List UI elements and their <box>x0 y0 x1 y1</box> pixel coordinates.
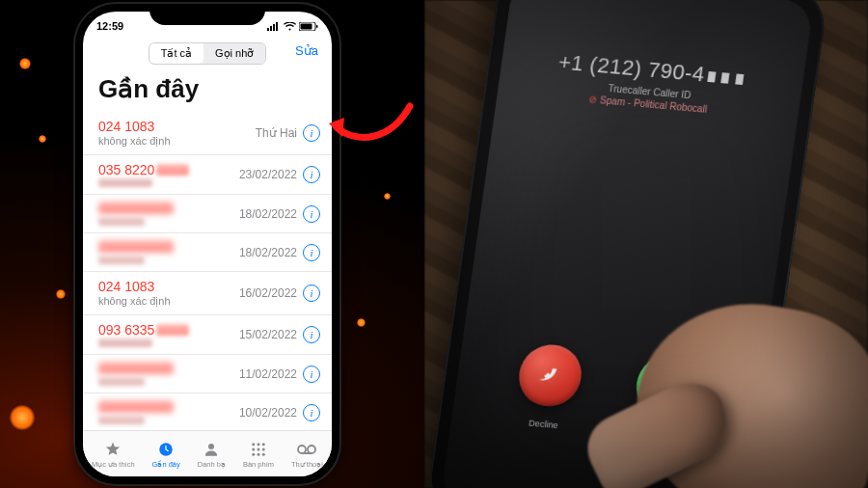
svg-point-16 <box>257 452 259 455</box>
call-row[interactable]: 18/02/2022i <box>83 233 332 272</box>
call-date: 18/02/2022 <box>239 246 297 259</box>
svg-point-10 <box>257 443 259 446</box>
svg-point-8 <box>208 444 214 449</box>
svg-rect-3 <box>276 22 278 31</box>
clock-icon <box>156 440 176 459</box>
info-icon[interactable]: i <box>303 244 320 261</box>
screen: 12:59 Tất cả Gọi nhỡ Sửa Gần đây 024 108… <box>83 12 332 476</box>
call-row[interactable]: 11/02/2022i <box>83 355 332 393</box>
call-number: 093 6335 <box>98 322 189 338</box>
voicemail-icon <box>297 440 316 459</box>
call-row[interactable]: 10/02/2022i <box>83 393 332 432</box>
svg-point-19 <box>308 446 315 453</box>
tab-contacts[interactable]: Danh bạ <box>198 440 226 469</box>
call-number: 024 1083 <box>98 119 171 134</box>
redacted-number <box>98 202 174 214</box>
svg-point-12 <box>252 447 255 450</box>
ember <box>56 289 66 299</box>
ember <box>10 405 35 430</box>
person-icon <box>202 440 221 459</box>
hand <box>559 228 868 488</box>
battery-icon <box>299 22 318 31</box>
info-icon[interactable]: i <box>303 166 320 183</box>
segment-all[interactable]: Tất cả <box>149 43 203 64</box>
ember <box>19 58 31 69</box>
info-icon[interactable]: i <box>303 205 320 223</box>
svg-point-11 <box>262 443 265 446</box>
tab-bar: Mục ưa thích Gần đây Danh bạ Bàn phím Th… <box>83 430 332 476</box>
incoming-call-photo: +1 (212) 790-4∎∎∎ Truecaller Caller ID S… <box>424 0 868 488</box>
call-date: 11/02/2022 <box>239 367 297 381</box>
tab-label: Bàn phím <box>243 460 274 469</box>
star-icon <box>103 440 122 459</box>
redacted-label <box>98 416 145 424</box>
info-icon[interactable]: i <box>303 124 320 142</box>
signal-icon <box>267 22 281 31</box>
call-date: Thứ Hai <box>256 126 297 140</box>
svg-point-9 <box>252 443 255 446</box>
tab-label: Mục ưa thích <box>92 460 135 469</box>
svg-rect-5 <box>301 23 312 29</box>
redacted-label <box>98 217 145 226</box>
call-row[interactable]: 024 1083không xác địnhThứ Haii <box>83 112 332 155</box>
call-sublabel: không xác định <box>98 135 171 148</box>
redacted-number <box>98 362 174 374</box>
svg-point-13 <box>257 447 259 450</box>
info-icon[interactable]: i <box>303 285 320 302</box>
call-row[interactable]: 093 633515/02/2022i <box>83 315 332 355</box>
tab-label: Danh bạ <box>198 460 226 469</box>
tab-recents[interactable]: Gần đây <box>152 440 180 469</box>
call-sublabel: không xác định <box>98 295 171 308</box>
svg-point-17 <box>262 452 265 455</box>
redacted-label <box>98 377 145 386</box>
segment-missed[interactable]: Gọi nhỡ <box>203 43 265 64</box>
edit-button[interactable]: Sửa <box>295 43 318 58</box>
iphone-recents: 12:59 Tất cả Gọi nhỡ Sửa Gần đây 024 108… <box>75 4 339 484</box>
recents-list[interactable]: 024 1083không xác địnhThứ Haii035 822023… <box>83 112 332 432</box>
call-row[interactable]: 18/02/2022i <box>83 195 332 233</box>
call-date: 10/02/2022 <box>239 406 297 420</box>
svg-point-15 <box>252 452 255 455</box>
composition: 12:59 Tất cả Gọi nhỡ Sửa Gần đây 024 108… <box>0 0 868 488</box>
info-icon[interactable]: i <box>303 326 320 343</box>
call-number: 024 1083 <box>98 279 171 294</box>
tab-label: Gần đây <box>152 460 180 469</box>
info-icon[interactable]: i <box>303 404 320 421</box>
tab-voicemail[interactable]: Thư thoại <box>291 440 323 469</box>
call-sublabel <box>98 178 152 187</box>
svg-rect-0 <box>267 28 269 31</box>
redacted-number <box>98 240 174 253</box>
page-title: Gần đây <box>83 68 332 112</box>
ember <box>39 135 46 143</box>
redacted-label <box>98 256 145 264</box>
call-row[interactable]: 024 1083không xác định16/02/2022i <box>83 272 332 315</box>
svg-point-18 <box>298 446 306 453</box>
call-number: 035 8220 <box>98 162 189 177</box>
call-date: 15/02/2022 <box>239 328 297 341</box>
svg-rect-6 <box>316 25 318 28</box>
call-sublabel <box>98 339 152 347</box>
redacted-number <box>98 400 174 413</box>
svg-point-14 <box>262 447 265 450</box>
call-date: 18/02/2022 <box>239 207 297 221</box>
tab-favorites[interactable]: Mục ưa thích <box>92 440 135 469</box>
clock: 12:59 <box>96 20 123 32</box>
ember <box>384 193 391 200</box>
tab-label: Thư thoại <box>291 460 323 469</box>
svg-rect-2 <box>273 24 275 31</box>
info-icon[interactable]: i <box>303 366 320 383</box>
tab-keypad[interactable]: Bàn phím <box>243 440 274 469</box>
notch <box>149 4 265 25</box>
svg-rect-1 <box>270 26 272 31</box>
call-date: 16/02/2022 <box>239 286 297 300</box>
keypad-icon <box>249 440 268 459</box>
call-date: 23/02/2022 <box>239 168 297 181</box>
wifi-icon <box>284 22 296 31</box>
ember <box>357 318 366 327</box>
call-row[interactable]: 035 822023/02/2022i <box>83 155 332 195</box>
status-icons <box>267 22 318 31</box>
